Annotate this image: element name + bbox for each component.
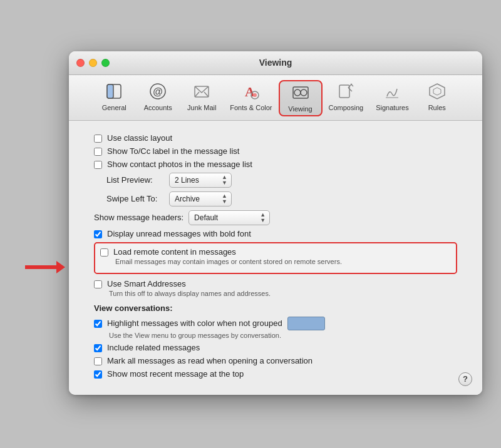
swipe-left-row: Swipe Left To: Archive ▲▼: [94, 191, 457, 206]
load-remote-subtext: Email messages may contain images or con…: [100, 258, 451, 265]
svg-line-6: [204, 92, 209, 97]
toolbar-label-viewing: Viewing: [288, 105, 312, 113]
svg-line-17: [348, 88, 352, 91]
rules-icon: [428, 83, 446, 103]
mark-all-read-label: Mark all messages as read when opening a…: [107, 356, 312, 365]
smart-addresses-subtext: Turn this off to always display names an…: [94, 290, 457, 297]
fonts-color-icon: A: [242, 83, 260, 103]
list-preview-select[interactable]: 2 Lines ▲▼: [169, 173, 232, 188]
highlight-color-subtext: Use the View menu to group messages by c…: [94, 332, 457, 339]
viewing-icon: [292, 84, 309, 104]
display-unread-row: Display unread messages with bold font: [94, 229, 457, 238]
show-most-recent-label: Show most recent message at the top: [107, 369, 244, 379]
swipe-left-select[interactable]: Archive ▲▼: [169, 191, 232, 206]
toolbar-label-signatures: Signatures: [376, 104, 409, 111]
svg-point-9: [253, 93, 257, 97]
swipe-left-value: Archive: [175, 195, 218, 203]
mark-all-read-checkbox[interactable]: [94, 357, 102, 365]
list-preview-row: List Preview: 2 Lines ▲▼: [94, 173, 457, 188]
general-icon: [105, 83, 123, 103]
load-remote-label: Load remote content in messages: [113, 247, 236, 257]
contact-photos-checkbox[interactable]: [94, 161, 102, 169]
toolbar-item-accounts[interactable]: @ Accounts: [136, 80, 180, 116]
toolbar-item-signatures[interactable]: Signatures: [369, 80, 415, 116]
toolbar-label-rules: Rules: [428, 104, 446, 111]
classic-layout-checkbox[interactable]: [94, 135, 102, 143]
svg-marker-19: [430, 84, 445, 99]
smart-addresses-label: Use Smart Addresses: [107, 279, 186, 288]
load-remote-checkbox[interactable]: [100, 248, 108, 257]
preferences-window: Viewing General: [69, 51, 482, 395]
help-button[interactable]: ?: [458, 372, 472, 386]
include-related-label: Include related messages: [107, 343, 200, 352]
signatures-icon: [383, 83, 401, 103]
display-unread-checkbox[interactable]: [94, 230, 102, 238]
tocc-label-row: Show To/Cc label in the message list: [94, 146, 457, 156]
maximize-button[interactable]: [101, 59, 110, 67]
tocc-label-label: Show To/Cc label in the message list: [107, 146, 239, 156]
swipe-left-label: Swipe Left To:: [106, 194, 169, 203]
title-bar: Viewing: [69, 51, 482, 75]
message-headers-select[interactable]: Default ▲▼: [189, 210, 270, 225]
svg-text:@: @: [153, 86, 163, 97]
toolbar-label-accounts: Accounts: [144, 104, 172, 111]
toolbar-item-composing[interactable]: Composing: [323, 80, 370, 116]
toolbar-label-composing: Composing: [329, 104, 364, 111]
list-preview-value: 2 Lines: [175, 176, 218, 185]
svg-point-12: [301, 89, 307, 96]
highlight-color-row: Highlight messages with color when not g…: [94, 317, 457, 330]
include-related-checkbox[interactable]: [94, 344, 102, 352]
list-preview-label: List Preview:: [106, 175, 169, 185]
tocc-label-checkbox[interactable]: [94, 148, 102, 156]
message-headers-value: Default: [194, 213, 256, 222]
junk-mail-icon: [193, 83, 210, 103]
smart-addresses-row: Use Smart Addresses: [94, 279, 457, 288]
highlight-color-label: Highlight messages with color when not g…: [107, 318, 282, 328]
svg-rect-1: [107, 84, 113, 98]
mark-all-read-row: Mark all messages as read when opening a…: [94, 356, 457, 365]
accounts-icon: @: [149, 83, 167, 103]
toolbar-label-fonts-color: Fonts & Color: [230, 104, 272, 111]
include-related-row: Include related messages: [94, 343, 457, 352]
highlight-color-checkbox[interactable]: [94, 320, 102, 328]
smart-addresses-checkbox[interactable]: [94, 280, 102, 288]
svg-marker-20: [433, 88, 441, 95]
content-area: Use classic layout Show To/Cc label in t…: [69, 121, 482, 395]
toolbar-item-viewing[interactable]: Viewing: [279, 80, 323, 116]
red-arrow: [25, 261, 65, 273]
svg-point-11: [294, 89, 301, 96]
toolbar-item-rules[interactable]: Rules: [415, 80, 459, 116]
contact-photos-row: Show contact photos in the message list: [94, 160, 457, 169]
toolbar: General @ Accounts: [69, 75, 482, 121]
toolbar-item-general[interactable]: General: [92, 80, 136, 116]
message-headers-label: Show message headers:: [94, 213, 183, 222]
window-title: Viewing: [259, 58, 292, 68]
highlight-color-swatch[interactable]: [287, 317, 325, 330]
close-button[interactable]: [76, 59, 85, 67]
show-most-recent-checkbox[interactable]: [94, 370, 102, 379]
toolbar-item-junk-mail[interactable]: Junk Mail: [180, 80, 224, 116]
svg-line-5: [195, 92, 199, 97]
list-preview-arrows: ▲▼: [222, 175, 227, 186]
composing-icon: [337, 83, 354, 103]
traffic-lights: [76, 59, 110, 67]
show-most-recent-row: Show most recent message at the top: [94, 369, 457, 379]
load-remote-highlighted-box: Load remote content in messages Email me…: [94, 242, 457, 274]
message-headers-arrows: ▲▼: [260, 212, 266, 223]
load-remote-row: Load remote content in messages: [100, 247, 451, 257]
toolbar-label-general: General: [102, 104, 127, 111]
toolbar-item-fonts-color[interactable]: A Fonts & Color: [224, 80, 278, 116]
view-conversations-label: View conversations:: [94, 303, 457, 313]
classic-layout-row: Use classic layout: [94, 133, 457, 143]
display-unread-label: Display unread messages with bold font: [107, 229, 251, 238]
minimize-button[interactable]: [89, 59, 97, 67]
classic-layout-label: Use classic layout: [107, 133, 172, 143]
svg-rect-14: [339, 85, 349, 98]
toolbar-label-junk-mail: Junk Mail: [187, 104, 216, 111]
swipe-left-arrows: ▲▼: [222, 193, 227, 205]
message-headers-row: Show message headers: Default ▲▼: [94, 210, 457, 225]
contact-photos-label: Show contact photos in the message list: [107, 160, 252, 169]
